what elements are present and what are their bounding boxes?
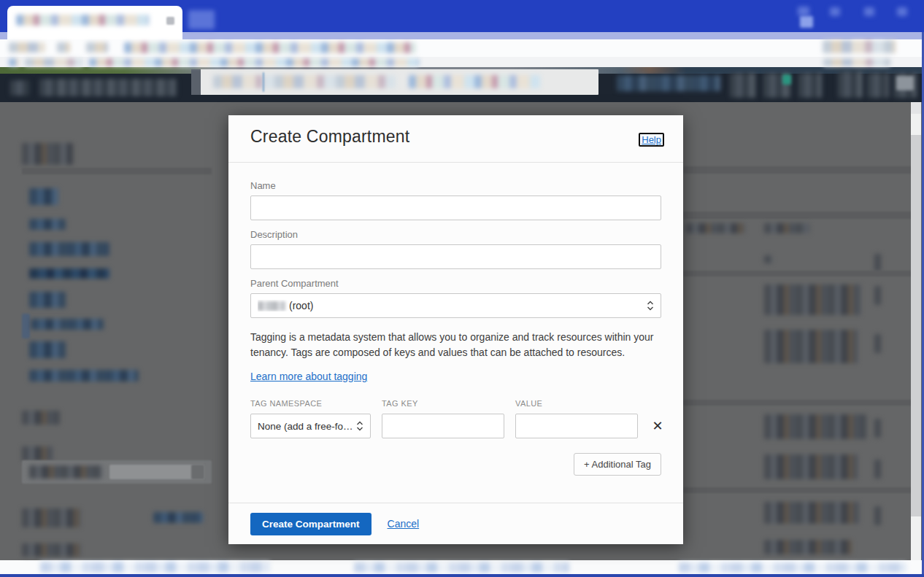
redacted-icon [57,42,70,53]
redacted-table-cell [764,454,858,479]
tag-key-input[interactable] [382,414,504,438]
redacted-region-label [617,75,720,91]
redacted-table-divider [683,212,912,219]
tag-value-input[interactable] [515,414,638,438]
learn-more-tagging-link[interactable]: Learn more about tagging [250,371,367,382]
redacted-sidebar-link-active [31,319,104,330]
redacted-table-cell [764,284,861,315]
navbar-icon [867,73,889,98]
parent-compartment-select[interactable]: (root) [250,293,661,318]
new-tab-button [188,10,215,29]
search-icon [191,69,201,95]
screen: Create Compartment Help Name Description… [0,0,924,577]
tab-close-icon [166,17,174,25]
name-label: Name [250,180,661,191]
window-restore-icon [830,7,840,16]
redacted-icon [86,42,108,53]
tag-row: TAG NAMESPACE TAG KEY VALUE None (add a … [250,399,661,438]
redacted-footer-links [354,562,569,573]
parent-compartment-value: (root) [258,300,313,311]
redacted-table-divider [683,271,912,276]
redacted-column-header [764,223,809,233]
redacted-footer-links [679,562,906,573]
redacted-column-header [686,223,744,233]
redacted-search-text [409,75,540,88]
tagging-description: Tagging is a metadata system that allows… [250,330,661,360]
navbar-icon [798,73,822,98]
redacted-section-heading [22,411,60,425]
redacted-bookmark [823,58,890,66]
dialog-footer: Create Compartment Cancel [228,503,683,544]
redacted-favicon [9,58,19,66]
redacted-tenancy-name [258,301,285,311]
redacted-sidebar-link [29,370,139,382]
window-border-bottom [0,574,924,577]
tag-namespace-header: TAG NAMESPACE [250,399,371,408]
help-link[interactable]: Help [639,133,664,147]
redacted-table-divider [683,400,912,406]
redacted-sidebar-link [29,242,109,256]
select-stepper-icon [356,420,363,432]
create-compartment-dialog: Create Compartment Help Name Description… [228,115,683,544]
navbar-icon-detail [896,76,914,90]
redacted-page-title [22,143,73,165]
redacted-url-text [124,42,416,53]
dialog-body: Name Description Parent Compartment (roo… [228,180,683,476]
parent-compartment-text: (root) [289,300,313,311]
create-compartment-button[interactable]: Create Compartment [250,513,371,535]
redacted-cursor [263,72,264,92]
redacted-bookmark [25,58,83,66]
sidebar-selected-marker [22,314,30,338]
redacted-row-actions [874,460,881,479]
redacted-divider [22,168,212,174]
dialog-header: Create Compartment Help [228,115,683,163]
tag-namespace-value: None (add a free-fo… [258,421,353,432]
redacted-checkbox [764,255,772,263]
dialog-title: Create Compartment [250,127,409,147]
redacted-select-button [191,465,204,479]
window-close-icon [897,7,907,16]
redacted-sidebar-link [29,292,66,308]
redacted-text-block [22,508,80,527]
window-minimize-icon [798,7,809,16]
menu-hamburger-icon [10,80,29,96]
redacted-tab-title [16,15,149,26]
redacted-table-cell [764,330,858,363]
remove-tag-button[interactable]: ✕ [649,417,666,435]
tag-namespace-select[interactable]: None (add a free-fo… [250,414,371,438]
additional-tag-button[interactable]: + Additional Tag [574,453,661,476]
redacted-text-block [22,543,80,557]
redacted-sidebar-link [29,219,66,230]
redacted-row-actions [874,286,881,305]
additional-tag-row: + Additional Tag [250,453,661,476]
redacted-sidebar-link [29,188,58,205]
redacted-table-cell [764,414,866,439]
scrollbar-up-button[interactable] [911,102,921,114]
description-input[interactable] [250,244,661,269]
name-input[interactable] [250,195,661,220]
navbar-icon [730,73,756,98]
navbar-icon [838,71,863,98]
scrollbar-thumb[interactable] [911,135,921,516]
cancel-link[interactable]: Cancel [388,518,420,530]
select-stepper-icon [647,300,654,311]
tag-value-header: VALUE [515,399,638,408]
redacted-sidebar-link [29,268,109,279]
redacted-link [153,512,203,523]
tag-key-header: TAG KEY [382,399,504,408]
redacted-bookmarks [89,58,419,66]
redacted-table-cell [764,540,852,554]
redacted-table-divider [683,166,912,174]
redacted-toolbar-icons [823,40,896,53]
redacted-footer-links [40,562,270,573]
redacted-search-text [213,75,396,88]
redacted-nav-buttons [9,42,45,53]
redacted-brand-logo [39,79,177,96]
redacted-sidebar-link [29,341,66,358]
redacted-titlebar-block [800,16,813,28]
navbar-icon-accent [782,74,791,85]
redacted-table-divider [683,487,912,493]
redacted-row-actions [874,419,881,438]
redacted-select-field [109,465,204,479]
window-control-icon [864,7,874,16]
